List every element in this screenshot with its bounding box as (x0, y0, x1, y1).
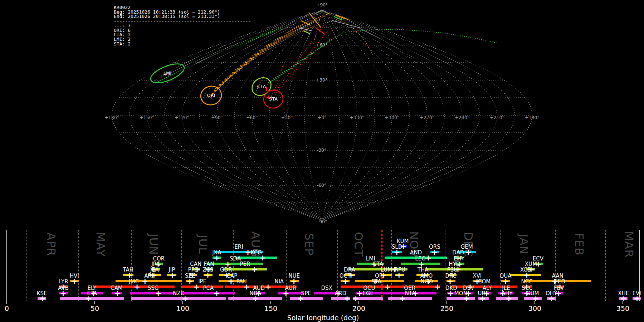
lat-label: -30° (317, 147, 327, 153)
x-tick-label: 0 (5, 304, 9, 312)
lat-label: +30° (316, 77, 328, 83)
x-tick-label: 200 (352, 304, 365, 312)
shower-bar-kcg (235, 257, 277, 259)
lon-label: +60° (246, 115, 258, 120)
x-tick (6, 301, 7, 304)
meteor-track (274, 26, 323, 93)
month-label-may: MAY (94, 232, 107, 257)
month-label-mar: MAR (622, 231, 636, 258)
shower-label-pca: PCA (203, 286, 214, 291)
shower-bar-nzc (131, 297, 226, 300)
shower-bar-mon (447, 297, 475, 300)
x-axis-title: Solar longitude (deg) (287, 314, 359, 322)
radiant-label-CTA: CTA (257, 84, 266, 89)
x-tick-label: 50 (91, 304, 99, 312)
x-tick-label: 100 (176, 304, 189, 312)
shower-bar-spe (290, 297, 323, 300)
sky-radiant-map: LMIORICTASTA +180°+150°+120°+90°+60°+30°… (0, 0, 644, 229)
month-boundary-line (233, 230, 234, 301)
x-tick (447, 301, 447, 304)
lon-label: +180° (104, 115, 119, 120)
shower-label-nta: NTA (405, 291, 415, 296)
summary-line: ...: 7 (114, 24, 251, 28)
x-tick-label: 300 (528, 304, 541, 312)
lon-label: +90° (211, 115, 223, 120)
lon-label: +30° (281, 115, 293, 120)
observation-summary: KR0022Beg: 20251026 10:21:33 (sol = 212.… (114, 5, 251, 46)
meteor-station-screen: LMIORICTASTA +180°+150°+120°+90°+60°+30°… (0, 0, 644, 322)
activity-timeline-chart: Solar longitude (deg) APRMAYJUNJULAUGSEP… (6, 230, 640, 301)
pole-label: -90° (318, 219, 327, 224)
month-boundary-line (131, 230, 132, 301)
radiant-label-LMI: LMI (164, 70, 171, 76)
x-tick-label: 150 (264, 304, 277, 312)
month-label-apr: APR (44, 233, 58, 256)
shower-bar-ipe (182, 286, 223, 288)
meteor-track (275, 32, 327, 94)
radiant-label-STA: STA (269, 96, 278, 102)
shower-bar-sta (341, 286, 413, 288)
meteor-track (344, 30, 497, 43)
shower-label-ipe: IPE (198, 279, 206, 284)
meteor-segment (336, 15, 348, 20)
meteor-track (268, 33, 343, 83)
lat-label: +60° (316, 42, 328, 48)
month-label-jan: JAN (517, 234, 531, 255)
lon-label: +210° (490, 115, 504, 120)
x-tick (358, 301, 359, 304)
shower-label-per: PER (240, 262, 250, 267)
shower-label-dsx: DSX (321, 286, 332, 291)
shower-label-noo: NOO (420, 279, 433, 284)
month-label-sep: SEP (302, 233, 316, 256)
lat-label: -60° (317, 182, 327, 188)
summary-line: CTA: 3 (114, 33, 251, 37)
shower-label-cta: CTA (373, 262, 383, 267)
shower-bar-eta (60, 297, 125, 300)
month-boundary-line (26, 230, 27, 301)
shower-bar-pca (182, 292, 235, 294)
month-label-jul: JUL (196, 235, 210, 254)
shower-bar-ari (116, 280, 182, 282)
month-label-jun: JUN (147, 234, 160, 255)
x-tick (270, 301, 271, 304)
x-tick (623, 301, 623, 304)
shower-bar-nta (388, 297, 432, 300)
shower-label-com: COM (478, 279, 491, 284)
shower-label-sda: SDA (230, 256, 241, 262)
shower-label-nia: NIA (274, 279, 284, 284)
meteor-segment (303, 31, 310, 34)
radiant-label-ORI: ORI (207, 93, 215, 98)
shower-label-ege: EGE (362, 291, 374, 296)
lon-label: +120° (175, 115, 189, 120)
month-boundary-line (78, 230, 79, 301)
shower-label-eri: ERI (234, 244, 243, 250)
lon-label: +180° (525, 115, 540, 120)
month-label-feb: FEB (572, 233, 586, 256)
summary-line: LMI: 2 (114, 37, 251, 42)
lon-label: +330° (350, 115, 365, 120)
summary-line: ----------------------------------------… (114, 19, 251, 24)
shower-label-sta: STA (371, 279, 381, 284)
pole-label: +90° (316, 2, 328, 8)
month-boundary-line (605, 230, 606, 301)
shower-bar-ssg (130, 292, 176, 294)
lon-label: +300° (385, 115, 400, 120)
shower-label-and: AND (410, 250, 422, 255)
summary-line: ORI: 6 (114, 28, 251, 33)
x-tick-label: 250 (440, 304, 453, 312)
x-tick-label: 350 (616, 304, 629, 312)
month-label-oct: OCT (352, 232, 365, 257)
x-tick (94, 301, 95, 304)
summary-line: STA: 2 (114, 42, 251, 47)
x-tick (535, 301, 535, 304)
x-tick (182, 301, 183, 304)
lon-label: +0° (318, 115, 327, 120)
lon-label: +270° (420, 115, 434, 120)
lon-label: +150° (140, 115, 154, 120)
lon-label: +240° (455, 115, 469, 120)
